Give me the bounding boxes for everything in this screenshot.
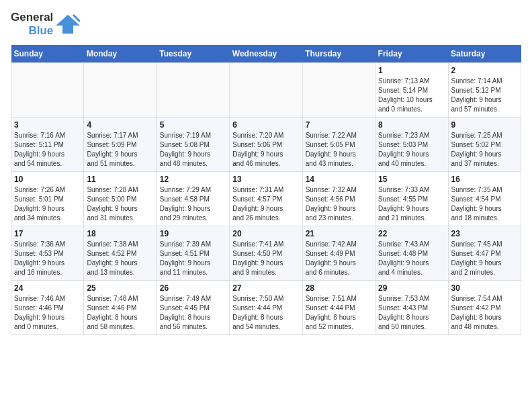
calendar-cell: 26Sunrise: 7:49 AM Sunset: 4:45 PM Dayli… [157,281,229,335]
day-number: 28 [306,283,372,293]
header: General Blue [11,11,521,37]
day-info: Sunrise: 7:35 AM Sunset: 4:54 PM Dayligh… [451,185,518,223]
day-number: 20 [232,229,299,238]
calendar-cell: 18Sunrise: 7:38 AM Sunset: 4:52 PM Dayli… [84,226,157,281]
calendar-cell: 28Sunrise: 7:51 AM Sunset: 4:44 PM Dayli… [302,281,375,335]
day-info: Sunrise: 7:41 AM Sunset: 4:50 PM Dayligh… [232,240,299,277]
day-number: 14 [306,175,372,184]
calendar-cell: 24Sunrise: 7:46 AM Sunset: 4:46 PM Dayli… [11,281,84,335]
calendar-cell: 11Sunrise: 7:28 AM Sunset: 5:00 PM Dayli… [84,172,157,226]
day-number: 30 [451,283,518,293]
day-number: 12 [160,175,226,184]
calendar-cell: 7Sunrise: 7:22 AM Sunset: 5:05 PM Daylig… [302,118,375,172]
calendar-cell: 19Sunrise: 7:39 AM Sunset: 4:51 PM Dayli… [157,226,229,281]
day-number: 26 [160,283,226,293]
day-info: Sunrise: 7:20 AM Sunset: 5:06 PM Dayligh… [232,131,299,169]
calendar-cell: 16Sunrise: 7:35 AM Sunset: 4:54 PM Dayli… [448,172,521,226]
day-info: Sunrise: 7:19 AM Sunset: 5:08 PM Dayligh… [160,131,226,169]
calendar-cell [157,63,229,118]
day-info: Sunrise: 7:45 AM Sunset: 4:47 PM Dayligh… [451,240,518,277]
calendar-week-2: 3Sunrise: 7:16 AM Sunset: 5:11 PM Daylig… [11,118,521,172]
header-row: SundayMondayTuesdayWednesdayThursdayFrid… [11,45,521,63]
column-header-monday: Monday [84,45,157,63]
day-info: Sunrise: 7:14 AM Sunset: 5:12 PM Dayligh… [451,77,518,114]
day-number: 16 [451,175,518,184]
calendar-cell: 29Sunrise: 7:53 AM Sunset: 4:43 PM Dayli… [375,281,448,335]
column-header-friday: Friday [375,45,448,63]
calendar-cell: 14Sunrise: 7:32 AM Sunset: 4:56 PM Dayli… [302,172,375,226]
day-number: 7 [306,120,372,130]
calendar-cell [230,63,302,118]
calendar-cell: 20Sunrise: 7:41 AM Sunset: 4:50 PM Dayli… [230,226,302,281]
calendar-cell: 27Sunrise: 7:50 AM Sunset: 4:44 PM Dayli… [230,281,302,335]
day-info: Sunrise: 7:31 AM Sunset: 4:57 PM Dayligh… [232,185,299,223]
calendar-cell: 17Sunrise: 7:36 AM Sunset: 4:53 PM Dayli… [11,226,84,281]
calendar-cell: 21Sunrise: 7:42 AM Sunset: 4:49 PM Dayli… [302,226,375,281]
day-info: Sunrise: 7:42 AM Sunset: 4:49 PM Dayligh… [306,240,372,277]
column-header-thursday: Thursday [302,45,375,63]
logo-general-text: General [11,11,53,24]
calendar-cell: 6Sunrise: 7:20 AM Sunset: 5:06 PM Daylig… [230,118,302,172]
day-info: Sunrise: 7:36 AM Sunset: 4:53 PM Dayligh… [14,240,81,277]
day-info: Sunrise: 7:17 AM Sunset: 5:09 PM Dayligh… [87,131,153,169]
day-number: 24 [14,283,81,293]
day-number: 4 [87,120,153,130]
calendar-week-1: 1Sunrise: 7:13 AM Sunset: 5:14 PM Daylig… [11,63,521,118]
column-header-tuesday: Tuesday [157,45,229,63]
day-number: 21 [306,229,372,238]
day-number: 10 [14,175,81,184]
logo: General Blue [11,11,80,37]
calendar-body: 1Sunrise: 7:13 AM Sunset: 5:14 PM Daylig… [11,63,521,335]
day-info: Sunrise: 7:29 AM Sunset: 4:58 PM Dayligh… [160,185,226,223]
calendar-cell: 5Sunrise: 7:19 AM Sunset: 5:08 PM Daylig… [157,118,229,172]
day-number: 18 [87,229,153,238]
day-info: Sunrise: 7:53 AM Sunset: 4:43 PM Dayligh… [378,294,445,332]
day-number: 2 [451,66,518,75]
day-number: 22 [378,229,445,238]
day-number: 3 [14,120,81,130]
day-info: Sunrise: 7:43 AM Sunset: 4:48 PM Dayligh… [378,240,445,277]
calendar-cell: 12Sunrise: 7:29 AM Sunset: 4:58 PM Dayli… [157,172,229,226]
day-info: Sunrise: 7:22 AM Sunset: 5:05 PM Dayligh… [306,131,372,169]
day-number: 15 [378,175,445,184]
day-number: 1 [378,66,445,75]
day-number: 27 [232,283,299,293]
calendar-week-3: 10Sunrise: 7:26 AM Sunset: 5:01 PM Dayli… [11,172,521,226]
day-info: Sunrise: 7:23 AM Sunset: 5:03 PM Dayligh… [378,131,445,169]
day-info: Sunrise: 7:48 AM Sunset: 4:46 PM Dayligh… [87,294,153,332]
calendar-cell: 4Sunrise: 7:17 AM Sunset: 5:09 PM Daylig… [84,118,157,172]
calendar-cell: 22Sunrise: 7:43 AM Sunset: 4:48 PM Dayli… [375,226,448,281]
day-number: 9 [451,120,518,130]
calendar-header: SundayMondayTuesdayWednesdayThursdayFrid… [11,45,521,63]
day-info: Sunrise: 7:32 AM Sunset: 4:56 PM Dayligh… [306,185,372,223]
day-info: Sunrise: 7:28 AM Sunset: 5:00 PM Dayligh… [87,185,153,223]
column-header-wednesday: Wednesday [230,45,302,63]
calendar-cell: 1Sunrise: 7:13 AM Sunset: 5:14 PM Daylig… [375,63,448,118]
day-number: 5 [160,120,226,130]
calendar-cell: 25Sunrise: 7:48 AM Sunset: 4:46 PM Dayli… [84,281,157,335]
calendar-cell: 8Sunrise: 7:23 AM Sunset: 5:03 PM Daylig… [375,118,448,172]
day-info: Sunrise: 7:50 AM Sunset: 4:44 PM Dayligh… [232,294,299,332]
calendar-cell: 2Sunrise: 7:14 AM Sunset: 5:12 PM Daylig… [448,63,521,118]
day-number: 23 [451,229,518,238]
day-info: Sunrise: 7:51 AM Sunset: 4:44 PM Dayligh… [306,294,372,332]
calendar-cell: 13Sunrise: 7:31 AM Sunset: 4:57 PM Dayli… [230,172,302,226]
day-info: Sunrise: 7:25 AM Sunset: 5:02 PM Dayligh… [451,131,518,169]
day-info: Sunrise: 7:49 AM Sunset: 4:45 PM Dayligh… [160,294,226,332]
day-number: 6 [232,120,299,130]
logo-blue-text: Blue [28,24,53,38]
calendar-table: SundayMondayTuesdayWednesdayThursdayFrid… [11,45,521,335]
day-info: Sunrise: 7:16 AM Sunset: 5:11 PM Dayligh… [14,131,81,169]
day-number: 25 [87,283,153,293]
calendar-cell [84,63,157,118]
calendar-week-5: 24Sunrise: 7:46 AM Sunset: 4:46 PM Dayli… [11,281,521,335]
day-number: 29 [378,283,445,293]
calendar-week-4: 17Sunrise: 7:36 AM Sunset: 4:53 PM Dayli… [11,226,521,281]
calendar-cell: 30Sunrise: 7:54 AM Sunset: 4:42 PM Dayli… [448,281,521,335]
column-header-sunday: Sunday [11,45,84,63]
calendar-cell [11,63,84,118]
calendar-cell: 9Sunrise: 7:25 AM Sunset: 5:02 PM Daylig… [448,118,521,172]
day-number: 13 [232,175,299,184]
day-number: 17 [14,229,81,238]
calendar-cell: 3Sunrise: 7:16 AM Sunset: 5:11 PM Daylig… [11,118,84,172]
